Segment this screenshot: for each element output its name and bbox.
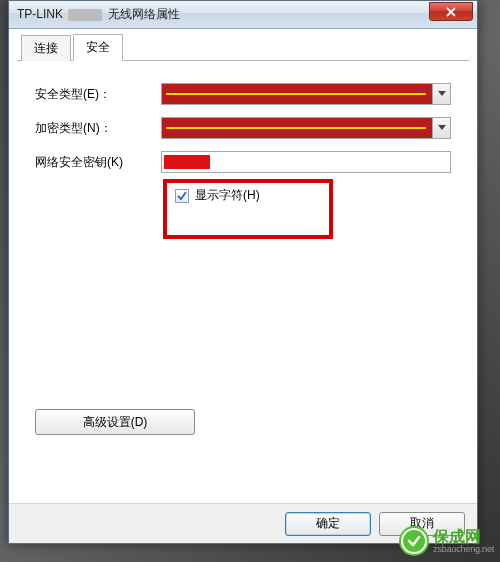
watermark-subtitle: zsbaocheng.net (433, 545, 494, 554)
watermark-title: 保成网 (433, 529, 494, 545)
combo-security-type-arrow[interactable] (432, 84, 450, 104)
watermark: 保成网 zsbaocheng.net (399, 526, 494, 556)
title-prefix: TP-LINK (17, 7, 63, 21)
combo-security-type-value (162, 84, 432, 104)
label-show-characters: 显示字符(H) (195, 187, 260, 204)
tab-connection[interactable]: 连接 (21, 35, 71, 61)
row-show-characters: 显示字符(H) (175, 187, 451, 204)
label-network-key: 网络安全密钥(K) (35, 154, 161, 171)
combo-encryption-type-arrow[interactable] (432, 118, 450, 138)
checkmark-icon (407, 534, 421, 548)
advanced-settings-button[interactable]: 高级设置(D) (35, 409, 195, 435)
tab-panel-security: 安全类型(E)： 加密类型(N)： 网络安全密钥(K (17, 61, 469, 501)
tabstrip: 连接 安全 (17, 37, 469, 61)
label-encryption-type: 加密类型(N)： (35, 120, 161, 137)
watermark-text: 保成网 zsbaocheng.net (433, 529, 494, 554)
combo-encryption-type-value (162, 118, 432, 138)
title-suffix: 无线网络属性 (108, 7, 180, 21)
row-security-type: 安全类型(E)： (35, 83, 451, 105)
watermark-logo (399, 526, 429, 556)
close-button[interactable] (429, 2, 473, 21)
checkbox-show-characters[interactable] (175, 189, 189, 203)
combo-security-type[interactable] (161, 83, 451, 105)
combo-encryption-type[interactable] (161, 117, 451, 139)
titlebar[interactable]: TP-LINK 无线网络属性 (9, 1, 477, 29)
close-icon (446, 7, 456, 17)
window-title: TP-LINK 无线网络属性 (9, 6, 180, 23)
ok-button[interactable]: 确定 (285, 512, 371, 536)
title-obscured (68, 9, 102, 21)
chevron-down-icon (438, 91, 446, 97)
tab-security[interactable]: 安全 (73, 34, 123, 61)
client-area: 连接 安全 安全类型(E)： 加密类型(N)： (17, 37, 469, 501)
chevron-down-icon (438, 125, 446, 131)
network-key-masked (164, 155, 210, 169)
dialog-window: TP-LINK 无线网络属性 连接 安全 安全类型(E)： (8, 0, 478, 544)
checkmark-icon (177, 191, 187, 201)
row-network-key: 网络安全密钥(K) (35, 151, 451, 173)
row-encryption-type: 加密类型(N)： (35, 117, 451, 139)
label-security-type: 安全类型(E)： (35, 86, 161, 103)
input-network-key[interactable] (161, 151, 451, 173)
